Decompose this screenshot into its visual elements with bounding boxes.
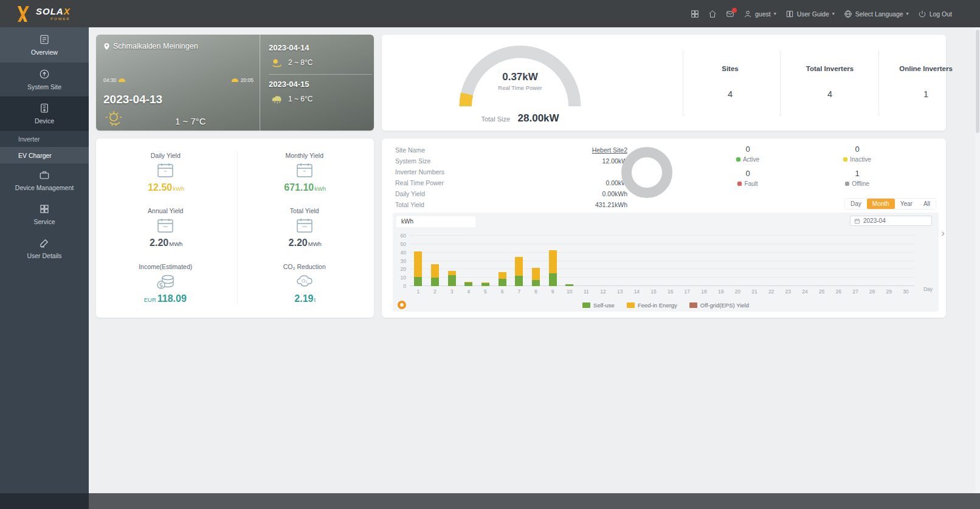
bar-slot <box>460 236 477 286</box>
bar-slot <box>544 236 561 286</box>
bar-day-6[interactable] <box>499 236 506 286</box>
detail-row: System Size12.00kW <box>395 155 627 166</box>
detail-row: Site Name Hebert Site2 <box>395 145 627 155</box>
x-tick-label: 27 <box>847 289 864 296</box>
dashboard-icon <box>39 34 50 45</box>
y-axis-ticks: 0102030405060 <box>395 236 407 286</box>
bar-slot <box>477 236 494 286</box>
sidebar-item-label: System Site <box>27 83 61 91</box>
bar-day-20[interactable] <box>734 236 742 286</box>
bar-day-17[interactable] <box>683 236 691 286</box>
bar-day-29[interactable] <box>885 236 893 286</box>
bar-day-15[interactable] <box>650 236 658 286</box>
bar-day-7[interactable] <box>515 236 523 286</box>
bar-slot <box>511 236 528 286</box>
bar-day-14[interactable] <box>633 236 641 286</box>
bar-day-5[interactable] <box>481 236 489 286</box>
legend-item-self-use[interactable]: Self-use <box>582 302 615 309</box>
bar-day-27[interactable] <box>851 236 859 286</box>
status-dot <box>737 182 742 186</box>
next-page-chevron[interactable]: › <box>941 227 945 239</box>
sidebar-item-overview[interactable]: Overview <box>0 27 89 63</box>
x-tick-label: 1 <box>410 289 427 296</box>
forecast-row: 2 ~ 8°C <box>270 57 374 68</box>
bar-day-24[interactable] <box>801 236 809 286</box>
user-guide-menu[interactable]: User Guide ▾ <box>785 10 835 18</box>
bar-day-25[interactable] <box>818 236 826 286</box>
x-tick-label: 25 <box>813 289 830 296</box>
x-tick-label: 26 <box>830 289 847 296</box>
bar-day-16[interactable] <box>666 236 674 286</box>
sidebar-item-system-site[interactable]: System Site <box>0 63 89 97</box>
bar-day-28[interactable] <box>868 236 876 286</box>
x-tick-label: 28 <box>864 289 881 296</box>
scrollbar-thumb[interactable] <box>976 30 979 133</box>
bar-slot <box>864 236 881 286</box>
bar-day-4[interactable] <box>464 236 472 286</box>
bar-slot <box>645 236 662 286</box>
date-picker[interactable]: 2023-04 <box>850 216 932 226</box>
submenu-item-ev-charger[interactable]: EV Charger <box>0 147 89 163</box>
bar-slot <box>796 236 813 286</box>
sidebar-item-user-details[interactable]: User Details <box>0 231 89 265</box>
bar-day-9[interactable] <box>549 236 557 286</box>
bar-slot <box>763 236 780 286</box>
bar-day-10[interactable] <box>565 236 573 286</box>
bar-segment <box>515 276 523 286</box>
logout-button[interactable]: Log Out <box>918 10 952 18</box>
bar-day-2[interactable] <box>431 236 439 286</box>
bar-day-1[interactable] <box>414 236 422 286</box>
bar-day-23[interactable] <box>784 236 792 286</box>
weather-today: Schmalkalden Meiningen 04:30 20:05 2023-… <box>96 35 260 131</box>
bar-day-19[interactable] <box>717 236 725 286</box>
submenu-item-inverter[interactable]: Inverter <box>0 131 89 147</box>
bar-day-8[interactable] <box>532 236 540 286</box>
range-toggle: Day Month Year All <box>844 198 936 210</box>
chart-legend: Self-use Feed-in Energy Off-grid(EPS) Yi… <box>393 302 939 309</box>
site-panel-card: Site Name Hebert Site2 System Size12.00k… <box>382 138 946 318</box>
sidebar-item-service[interactable]: Service <box>0 197 89 231</box>
language-menu[interactable]: Select Language ▾ <box>844 10 909 18</box>
site-name-link[interactable]: Hebert Site2 <box>592 146 627 154</box>
bar-day-12[interactable] <box>599 236 607 286</box>
bar-slot <box>695 236 713 286</box>
bar-day-13[interactable] <box>616 236 624 286</box>
x-tick-label: 20 <box>729 289 746 296</box>
legend-item-eps[interactable]: Off-grid(EPS) Yield <box>689 302 749 309</box>
calendar-icon <box>294 162 316 180</box>
detail-row: Inverter Numbers1 <box>395 166 627 177</box>
range-all-button[interactable]: All <box>918 199 936 209</box>
bar-day-21[interactable] <box>750 236 758 286</box>
home-icon[interactable] <box>708 10 717 18</box>
sidebar-item-device-management[interactable]: Device Management <box>0 163 89 197</box>
bar-slot <box>779 236 796 286</box>
user-guide-label: User Guide <box>797 10 829 18</box>
apps-icon[interactable] <box>691 10 699 18</box>
range-year-button[interactable]: Year <box>895 199 918 209</box>
sidebar-item-label: Device Management <box>15 184 74 191</box>
bar-slot <box>578 236 595 286</box>
bar-day-11[interactable] <box>582 236 590 286</box>
bar-slot <box>813 236 830 286</box>
bar-day-22[interactable] <box>767 236 775 286</box>
message-icon[interactable] <box>726 10 734 18</box>
x-tick-label: 18 <box>695 289 713 296</box>
range-day-button[interactable]: Day <box>845 199 867 209</box>
bar-segment <box>532 280 540 286</box>
bar-day-26[interactable] <box>835 236 843 286</box>
bar-day-3[interactable] <box>448 236 456 286</box>
x-tick-label: 23 <box>779 289 796 296</box>
bar-day-18[interactable] <box>700 236 708 286</box>
legend-item-feed-in[interactable]: Feed-in Energy <box>627 302 677 309</box>
x-tick-label: 16 <box>662 289 679 296</box>
bar-day-30[interactable] <box>902 236 909 286</box>
x-axis-unit: Day <box>923 286 933 292</box>
weather-temp: 1 ~ 7°C <box>175 116 206 126</box>
sidebar-item-device[interactable]: Device <box>0 97 89 131</box>
location-pin-icon <box>103 43 110 50</box>
forecast-temp: 1 ~ 6°C <box>288 95 313 103</box>
unit-select[interactable]: kWh <box>396 216 475 227</box>
bar-segment <box>515 257 523 276</box>
range-month-button[interactable]: Month <box>867 199 895 209</box>
user-menu[interactable]: guest ▾ <box>744 10 776 18</box>
